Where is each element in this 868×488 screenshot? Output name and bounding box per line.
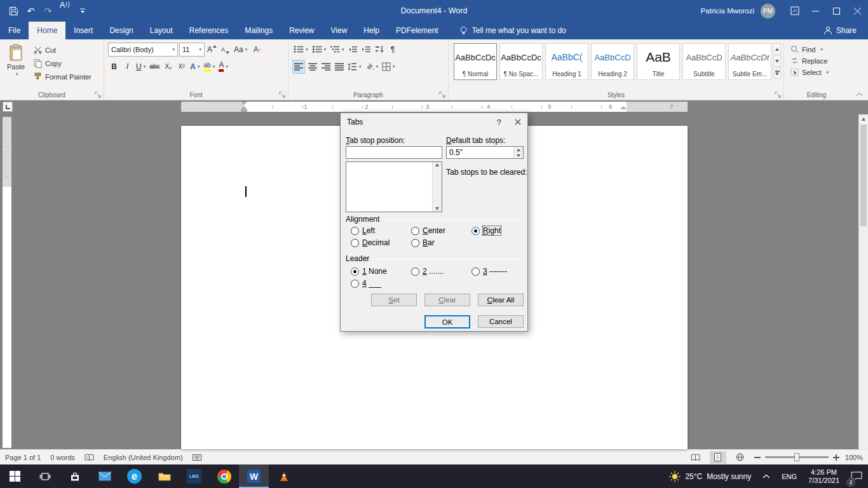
scroll-up-icon[interactable] — [435, 163, 439, 166]
copy-button[interactable]: Copy — [34, 58, 92, 69]
clear-button[interactable]: Clear — [424, 294, 470, 306]
tab-layout[interactable]: Layout — [142, 22, 181, 39]
spin-down-button[interactable] — [514, 152, 523, 158]
show-hide-pilcrow-button[interactable]: ¶ — [387, 43, 399, 57]
superscript-button[interactable]: X² — [175, 60, 187, 74]
select-button[interactable]: Select ▾ — [790, 68, 844, 76]
shading-button[interactable]: ▾ — [364, 60, 380, 74]
tab-review[interactable]: Review — [281, 22, 322, 39]
dialog-help-button[interactable]: ? — [489, 113, 508, 131]
right-indent-marker[interactable] — [620, 106, 627, 109]
italic-button[interactable]: I — [121, 60, 133, 74]
line-spacing-button[interactable]: ▾ — [346, 60, 363, 74]
zoom-level[interactable]: 100% — [845, 454, 863, 461]
radio-align-left[interactable]: Left — [351, 226, 375, 235]
zoom-out-button[interactable] — [754, 457, 761, 458]
word-count[interactable]: 0 words — [50, 454, 75, 461]
bullets-button[interactable]: ▾ — [292, 43, 309, 57]
maximize-button[interactable] — [826, 0, 847, 22]
grow-font-button[interactable]: A — [206, 43, 218, 57]
style-heading-1[interactable]: AaBbC( Heading 1 — [545, 43, 588, 80]
subscript-button[interactable]: X₂ — [162, 60, 174, 74]
close-button[interactable] — [847, 0, 868, 22]
page-indicator[interactable]: Page 1 of 1 — [5, 454, 41, 461]
style-title[interactable]: AaB Title — [637, 43, 680, 80]
numbering-button[interactable]: ▾ — [311, 43, 328, 57]
read-mode-button[interactable] — [688, 451, 704, 464]
taskbar-app-file-explorer[interactable] — [149, 464, 179, 488]
task-view-button[interactable] — [30, 464, 60, 488]
radio-align-decimal[interactable]: Decimal — [351, 238, 390, 247]
style-subtle-emphasis[interactable]: AaBbCcDt Subtle Em... — [728, 43, 771, 80]
sort-button[interactable] — [374, 43, 386, 57]
style-subtitle[interactable]: AaBbCcD Subtitle — [682, 43, 726, 80]
font-family-select[interactable]: Calibri (Body) ▾ — [108, 43, 178, 57]
multilevel-list-button[interactable]: ▾ — [329, 43, 346, 57]
minimize-button[interactable] — [805, 0, 826, 22]
tab-design[interactable]: Design — [101, 22, 141, 39]
ribbon-display-options-icon[interactable] — [784, 0, 805, 22]
replace-button[interactable]: Replace — [790, 57, 844, 65]
radio-align-bar[interactable]: Bar — [411, 238, 435, 247]
cut-button[interactable]: Cut — [34, 44, 92, 55]
list-scrollbar[interactable] — [432, 162, 442, 212]
justify-button[interactable] — [333, 60, 345, 74]
scroll-up-arrow[interactable] — [859, 114, 868, 124]
undo-icon[interactable]: ↶ — [22, 0, 39, 22]
radio-leader-dashes[interactable]: 3 ------- — [471, 267, 507, 276]
scroll-down-icon[interactable] — [435, 207, 439, 210]
find-button[interactable]: Find ▾ — [790, 45, 844, 53]
style-normal[interactable]: AaBbCcDc ¶ Normal — [454, 43, 497, 80]
dialog-title-bar[interactable]: Tabs ? — [341, 113, 527, 131]
tab-stop-position-input[interactable] — [346, 146, 442, 159]
text-highlight-button[interactable]: ab▾ — [203, 60, 217, 74]
horizontal-ruler[interactable]: 1 2 3 4 5 6 7 — [181, 102, 688, 112]
avatar[interactable]: PM — [761, 4, 775, 18]
zoom-slider-thumb[interactable] — [794, 453, 799, 461]
left-indent-marker[interactable] — [241, 102, 247, 112]
borders-button[interactable]: ▾ — [381, 60, 397, 74]
radio-leader-dots[interactable]: 2 ....... — [411, 267, 444, 276]
underline-button[interactable]: U▾ — [135, 60, 147, 74]
print-layout-button[interactable] — [710, 451, 726, 464]
vertical-ruler[interactable] — [3, 117, 11, 448]
redo-icon[interactable]: ↷ — [39, 0, 57, 22]
clear-formatting-button[interactable]: A — [250, 43, 262, 57]
align-center-button[interactable] — [306, 60, 318, 74]
tell-me-box[interactable]: Tell me what you want to do — [459, 22, 566, 39]
tab-pdfelement[interactable]: PDFelement — [388, 22, 447, 39]
paragraph-dialog-launcher[interactable] — [438, 90, 447, 98]
font-color-button[interactable]: A▾ — [217, 60, 229, 74]
decrease-indent-button[interactable] — [347, 43, 359, 57]
signed-in-user[interactable]: Patricia Mworozi — [701, 7, 754, 15]
default-tab-stops-spinner[interactable] — [446, 146, 524, 159]
tab-mailings[interactable]: Mailings — [236, 22, 281, 39]
change-case-button[interactable]: Aa▾ — [233, 43, 248, 57]
clipboard-dialog-launcher[interactable] — [93, 90, 102, 98]
shrink-font-button[interactable]: A — [219, 43, 231, 57]
font-dialog-launcher[interactable] — [278, 90, 287, 98]
bold-button[interactable]: B — [108, 60, 120, 74]
share-button[interactable]: Share — [824, 22, 868, 39]
taskbar-app-mail[interactable] — [90, 464, 119, 488]
proofing-status[interactable] — [85, 454, 94, 461]
increase-indent-button[interactable] — [360, 43, 372, 57]
web-layout-button[interactable] — [732, 451, 749, 464]
customize-qat-icon[interactable] — [74, 0, 91, 22]
zoom-slider[interactable] — [765, 456, 829, 458]
start-button[interactable] — [0, 464, 30, 488]
style-heading-2[interactable]: AaBbCcD Heading 2 — [591, 43, 634, 80]
action-center-button[interactable]: 2 — [845, 464, 868, 488]
default-tab-stops-input[interactable] — [447, 147, 523, 158]
strikethrough-button[interactable]: abc — [148, 60, 161, 74]
language-indicator[interactable]: English (United Kingdom) — [104, 454, 183, 461]
taskbar-app-lms[interactable]: LMS — [179, 464, 209, 488]
taskbar-app-vlc[interactable] — [269, 464, 299, 488]
collapse-ribbon-button[interactable] — [854, 90, 864, 98]
radio-leader-underline[interactable]: 4 ___ — [351, 279, 381, 288]
read-aloud-icon[interactable]: A — [57, 0, 74, 22]
show-hidden-icons-button[interactable] — [757, 464, 776, 488]
clear-all-button[interactable]: Clear All — [478, 294, 524, 306]
keyboard-layout-indicator[interactable] — [193, 454, 201, 461]
radio-align-right[interactable]: Right — [471, 226, 501, 235]
